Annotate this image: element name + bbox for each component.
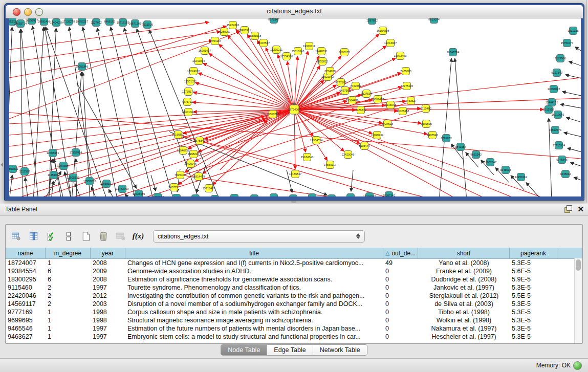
graph-node[interactable]: 16296937 [26,18,38,25]
graph-node[interactable]: 6734028 [324,68,335,75]
graph-node[interactable]: 10973493 [394,52,406,60]
table-row[interactable]: 1456911722003Disruption of a novel membe… [6,300,582,308]
table-row[interactable]: 969969511998Structural magnetic resonanc… [6,316,582,324]
graph-node[interactable]: 12450162 [515,173,527,181]
graph-node[interactable]: 17135278 [62,18,75,26]
table-row[interactable]: 2242004622012Investigating the contribut… [6,292,582,300]
column-header-in_degree[interactable]: in_degree [46,248,91,258]
column-header-out_de[interactable]: △out_de... [383,248,418,258]
graph-node[interactable]: 12213967 [384,39,397,47]
graph-node[interactable]: 7724523 [382,120,393,128]
table-row[interactable]: 1830029562008Estimation of significance … [6,275,582,283]
graph-node[interactable]: 3624534 [361,90,372,98]
graph-node[interactable]: 9842157 [455,143,466,151]
graph-node[interactable]: 9463627 [405,97,416,105]
graph-node[interactable]: 10807487 [372,96,384,103]
graph-node[interactable]: 18724007 [288,105,300,114]
horizontal-splitter-handle[interactable] [291,201,296,203]
column-header-short[interactable]: short [418,248,510,258]
graph-node[interactable]: 19404056 [50,19,62,27]
graph-node[interactable]: 15716485 [203,185,215,192]
tab-network-table[interactable]: Network Table [313,345,367,355]
graph-node[interactable]: 14523187 [268,194,280,197]
function-builder-button[interactable]: f(x) [130,228,146,245]
graph-node[interactable]: 12505135 [67,174,79,182]
graph-node[interactable]: 12093822 [548,85,560,93]
table-row[interactable]: 1938455462009Genome-wide association stu… [6,267,582,275]
graph-node[interactable]: 1850311 [9,165,18,173]
network-window-titlebar[interactable]: citations_edges.txt [6,5,583,18]
graph-node[interactable]: 9245012 [560,170,571,178]
graph-node[interactable]: 18672011 [228,194,241,197]
graph-node[interactable]: 5678342 [194,137,205,145]
graph-node[interactable]: 11007537 [257,39,270,47]
graph-node[interactable]: 15751074 [561,39,573,47]
graph-node[interactable]: 1511235 [568,27,578,35]
graph-node[interactable]: 10952847 [484,159,496,166]
graph-node[interactable]: 9777169 [335,79,346,86]
graph-node[interactable]: 17710334 [553,142,565,149]
graph-node[interactable]: 8103444 [359,142,369,150]
graph-node[interactable]: 11448651 [315,48,328,55]
table-row[interactable]: 946554611997Estimation of the future num… [6,324,582,333]
graph-node[interactable]: 7515526 [142,21,153,29]
graph-node[interactable]: 6791972 [441,135,451,142]
table-row[interactable]: 946362711997Embryonic stem cells: a mode… [6,333,582,341]
graph-node[interactable]: 15924306 [227,21,239,29]
graph-node[interactable]: 8572347 [268,18,279,24]
graph-node[interactable]: 9227349 [551,69,562,77]
graph-node[interactable]: 18224032 [187,68,200,75]
column-header-name[interactable]: name [6,248,46,258]
graph-node[interactable]: 1527602 [91,19,101,27]
import-table-button-disabled[interactable] [113,228,128,245]
graph-node[interactable]: 22280057 [218,28,230,36]
graph-node[interactable]: 16456132 [189,195,202,197]
graph-node[interactable]: 19306711 [303,42,315,50]
graph-node[interactable]: 17554300 [280,53,293,60]
graph-node[interactable]: 10653257 [76,18,88,26]
graph-node[interactable]: 9634521 [345,194,356,197]
graph-node[interactable]: 16648784 [447,49,459,56]
graph-node[interactable]: 17957253 [83,178,96,185]
graph-node[interactable]: 9998222 [188,150,199,158]
table-row[interactable]: 911546021997Tourette syndrome. Phenomeno… [6,283,582,292]
graph-node[interactable]: 17551351 [184,78,197,85]
tab-node-table[interactable]: Node Table [221,345,267,355]
close-panel-icon[interactable]: ✕ [577,205,584,213]
graph-node[interactable]: 13230211 [270,46,282,54]
scrollbar-thumb[interactable] [576,259,581,271]
graph-node[interactable]: 6497568 [339,87,350,95]
graph-node[interactable]: 9115460 [420,105,431,113]
graph-node[interactable]: 1211568 [19,168,30,176]
graph-node[interactable]: 16581518 [249,32,261,40]
graph-node[interactable]: 10975887 [57,162,70,170]
graph-node[interactable]: 8613074 [428,18,439,24]
show-column-button[interactable] [26,228,41,245]
graph-node[interactable]: 11099939 [371,132,383,139]
network-canvas[interactable]: 2228005712754187169014071424200418224032… [9,18,581,196]
graph-node[interactable]: 17359934 [70,149,82,157]
graph-node[interactable]: 9853278 [171,194,182,197]
graph-node[interactable]: 6466162 [104,18,115,26]
graph-node[interactable]: 12023485 [248,195,260,197]
create-table-button[interactable] [78,228,94,245]
graph-node[interactable]: 4275712 [182,98,192,106]
select-columns-button[interactable] [43,228,59,245]
float-panel-icon[interactable] [564,205,572,213]
graph-node[interactable]: 7485063 [400,68,411,75]
graph-node[interactable]: 9129966 [555,55,565,62]
table-row[interactable]: 1872400712008Changes of HCN gene express… [6,259,582,267]
graph-node[interactable]: 7986372 [355,106,366,114]
graph-node[interactable]: 9465546 [427,132,438,139]
network-view-window[interactable]: citations_edges.txt 22280057127541871690… [4,3,584,201]
table-row[interactable]: 977716911998Corpus callosum shape and si… [6,308,582,316]
row-options-button[interactable] [61,228,76,245]
table-settings-button[interactable] [9,228,24,245]
graph-node[interactable]: 9861543 [470,151,481,159]
graph-node[interactable]: 15692971 [549,126,561,134]
graph-node[interactable]: 7462662 [350,82,361,90]
network-graph-svg[interactable]: 2228005712754187169014071424200418224032… [9,18,581,196]
graph-node[interactable]: 16210645 [552,111,564,119]
graph-node[interactable]: 9152643 [288,195,298,197]
graph-node[interactable]: 14569117 [324,161,336,169]
